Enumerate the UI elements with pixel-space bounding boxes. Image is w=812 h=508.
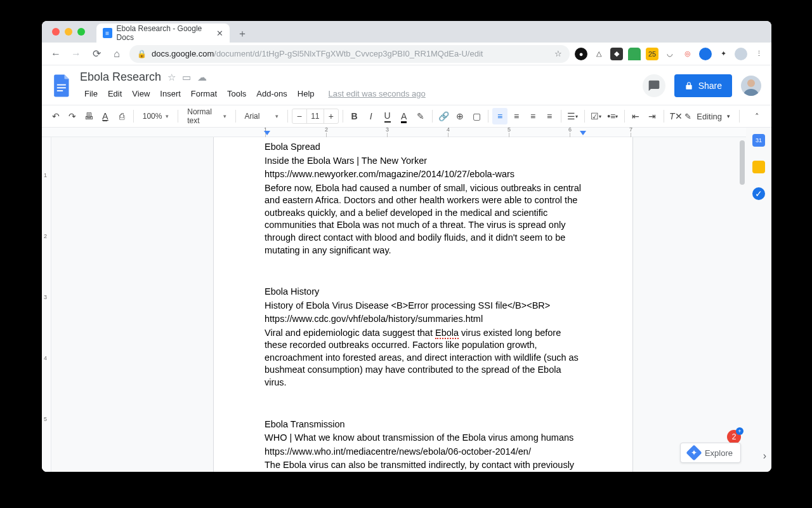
- indent-decrease-button[interactable]: ⇤: [628, 108, 643, 124]
- profile-avatar-icon[interactable]: [735, 48, 747, 60]
- chrome-menu-icon[interactable]: ⋮: [752, 48, 765, 60]
- text-color-button[interactable]: A: [396, 108, 412, 124]
- font-size-value[interactable]: 11: [306, 109, 324, 123]
- align-center-button[interactable]: ≡: [509, 108, 524, 124]
- extension-icon[interactable]: [628, 48, 641, 60]
- last-edit-link[interactable]: Last edit was seconds ago: [324, 86, 430, 101]
- back-button[interactable]: ←: [48, 46, 63, 62]
- lock-icon: 🔒: [137, 50, 147, 58]
- menu-view[interactable]: View: [128, 86, 154, 101]
- extension-icon[interactable]: ◎: [681, 48, 694, 60]
- menu-bar: File Edit View Insert Format Tools Add-o…: [80, 86, 636, 101]
- undo-button[interactable]: ↶: [48, 108, 63, 124]
- calendar-rail-icon[interactable]: 31: [752, 134, 765, 147]
- minimize-window-button[interactable]: [65, 28, 72, 36]
- insert-comment-button[interactable]: ⊕: [452, 108, 468, 124]
- font-select[interactable]: Arial▾: [239, 108, 284, 124]
- menu-help[interactable]: Help: [293, 86, 319, 101]
- url-host: docs.google.com: [152, 49, 214, 58]
- docs-logo-icon[interactable]: [51, 73, 74, 98]
- menu-addons[interactable]: Add-ons: [252, 86, 291, 101]
- paint-format-button[interactable]: ⎙: [114, 108, 129, 124]
- left-indent-marker[interactable]: [264, 131, 270, 135]
- browser-tab[interactable]: ≡ Ebola Research - Google Docs ✕: [96, 23, 230, 43]
- extensions-menu-icon[interactable]: ✦: [717, 48, 730, 60]
- extension-icon[interactable]: ●: [575, 48, 587, 60]
- scrollbar-thumb[interactable]: [740, 140, 745, 185]
- section-source: History of Ebola Virus Disease <B>Error …: [265, 300, 582, 312]
- redo-button[interactable]: ↷: [65, 108, 80, 124]
- share-button[interactable]: Share: [674, 74, 732, 97]
- paragraph-style-select[interactable]: Normal text▾: [182, 108, 231, 124]
- url-field[interactable]: 🔒 docs.google.com/document/d/1tHgP-gSl5N…: [129, 45, 570, 63]
- extension-icon[interactable]: ◆: [610, 48, 623, 60]
- home-button[interactable]: ⌂: [109, 46, 124, 62]
- tasks-rail-icon[interactable]: ✓: [752, 187, 765, 200]
- section-source: Inside the Ebola Wars | The New Yorker: [265, 155, 582, 168]
- align-justify-button[interactable]: ≡: [542, 108, 557, 124]
- highlight-button[interactable]: ✎: [413, 108, 428, 124]
- side-panel-rail: 31 ✓: [746, 128, 771, 200]
- vertical-ruler[interactable]: 1 2 3 4 5 6: [42, 137, 51, 472]
- document-scrollbar[interactable]: [740, 140, 745, 472]
- notification-badge[interactable]: 2: [727, 430, 741, 444]
- star-icon[interactable]: ☆: [167, 72, 176, 83]
- align-left-button[interactable]: ≡: [492, 108, 508, 124]
- comments-button[interactable]: [643, 74, 665, 97]
- menu-tools[interactable]: Tools: [223, 86, 251, 101]
- new-tab-button[interactable]: ＋: [233, 25, 251, 43]
- spellcheck-button[interactable]: A̲: [98, 108, 113, 124]
- zoom-select[interactable]: 100%▾: [138, 108, 174, 124]
- tab-strip: ≡ Ebola Research - Google Docs ✕ ＋: [42, 21, 771, 43]
- menu-format[interactable]: Format: [187, 86, 221, 101]
- bulleted-list-button[interactable]: •≡▾: [605, 108, 620, 124]
- document-page[interactable]: Ebola Spread Inside the Ebola Wars | The…: [213, 137, 633, 472]
- extension-icon[interactable]: △: [593, 48, 605, 60]
- document-title[interactable]: Ebola Research: [80, 70, 161, 84]
- right-indent-marker[interactable]: [580, 131, 586, 135]
- close-window-button[interactable]: [52, 28, 60, 36]
- insert-link-button[interactable]: 🔗: [436, 108, 451, 124]
- close-tab-button[interactable]: ✕: [216, 29, 223, 38]
- extension-icon[interactable]: 25: [646, 48, 658, 60]
- cloud-status-icon[interactable]: ☁: [197, 72, 207, 83]
- menu-insert[interactable]: Insert: [155, 86, 185, 101]
- reload-button[interactable]: ⟳: [89, 46, 104, 62]
- mode-select[interactable]: ✎ Editing ▾: [684, 112, 730, 121]
- window-controls: [47, 21, 90, 43]
- align-right-button[interactable]: ≡: [525, 108, 540, 124]
- side-panel-toggle[interactable]: ›: [763, 450, 766, 462]
- formatting-toolbar: ↶ ↷ 🖶 A̲ ⎙ 100%▾ Normal text▾ Arial▾ − 1…: [42, 105, 771, 128]
- font-size-control: − 11 +: [292, 109, 339, 124]
- checklist-button[interactable]: ☑▾: [589, 108, 604, 124]
- address-bar: ← → ⟳ ⌂ 🔒 docs.google.com/document/d/1tH…: [42, 43, 771, 65]
- italic-button[interactable]: I: [363, 108, 379, 124]
- section-title: Ebola Spread: [265, 141, 582, 154]
- account-avatar[interactable]: [741, 76, 761, 96]
- bookmark-star-icon[interactable]: ☆: [554, 49, 562, 58]
- font-size-decrease[interactable]: −: [292, 111, 306, 121]
- menu-file[interactable]: File: [80, 86, 102, 101]
- collapse-toolbar-button[interactable]: ˄: [749, 108, 765, 124]
- print-button[interactable]: 🖶: [81, 108, 96, 124]
- clear-formatting-button[interactable]: T✕: [668, 108, 683, 124]
- zoom-window-button[interactable]: [77, 28, 85, 36]
- horizontal-ruler[interactable]: 1 2 3 4 5 6 7: [42, 128, 746, 137]
- move-icon[interactable]: ▭: [182, 72, 191, 83]
- underline-button[interactable]: U: [380, 108, 395, 124]
- indent-increase-button[interactable]: ⇥: [645, 108, 660, 124]
- forward-button[interactable]: →: [69, 46, 84, 62]
- section-source: WHO | What we know about transmission of…: [265, 432, 582, 444]
- bold-button[interactable]: B: [347, 108, 362, 124]
- svg-rect-1: [57, 87, 66, 88]
- extension-icon[interactable]: [699, 48, 712, 60]
- section-url: https://www.who.int/mediacentre/news/ebo…: [265, 446, 582, 458]
- explore-button[interactable]: ✦ Explore: [680, 443, 741, 463]
- keep-rail-icon[interactable]: [752, 161, 765, 173]
- insert-image-button[interactable]: ▢: [469, 108, 484, 124]
- section-body: Viral and epidemiologic data suggest tha…: [265, 327, 582, 389]
- extension-icon[interactable]: ◡: [664, 48, 676, 60]
- font-size-increase[interactable]: +: [324, 111, 338, 121]
- line-spacing-button[interactable]: ☰▾: [565, 108, 580, 124]
- menu-edit[interactable]: Edit: [103, 86, 126, 101]
